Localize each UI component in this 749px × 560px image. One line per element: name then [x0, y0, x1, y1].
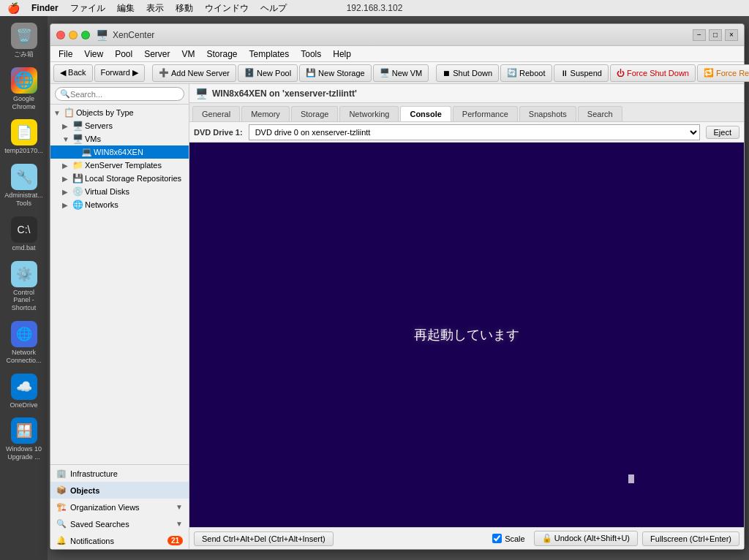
window-restore-titlebar[interactable]: □ — [709, 29, 722, 41]
onedrive-icon[interactable]: ☁️ OneDrive — [3, 371, 45, 412]
nav-objects[interactable]: 📦 Objects — [50, 482, 189, 499]
right-panel: 🖥️ WIN8x64XEN on 'xenserver-tzliintt' Ge… — [189, 84, 744, 549]
tab-console[interactable]: Console — [400, 106, 451, 121]
tab-memory[interactable]: Memory — [241, 106, 290, 121]
mac-title: 192.168.3.102 — [347, 3, 403, 13]
mac-menu-help[interactable]: ヘルプ — [260, 2, 287, 15]
force-shutdown-icon: ⏻ — [617, 69, 625, 77]
back-button[interactable]: ◀ Back — [53, 64, 93, 82]
suspend-button[interactable]: ⏸ Suspend — [554, 64, 609, 82]
network-icon[interactable]: 🌐 Network Connectio... — [3, 318, 45, 368]
tree-item-virtual-disks[interactable]: ▶ 💿 Virtual Disks — [50, 185, 189, 198]
dvd-bar: DVD Drive 1: DVD drive 0 on xenserver-tz… — [189, 122, 744, 143]
eject-button[interactable]: Eject — [706, 126, 739, 139]
control-panel-icon[interactable]: ⚙️ Control Panel - Shortcut — [3, 258, 45, 315]
new-pool-button[interactable]: 🗄️ New Pool — [238, 64, 298, 82]
force-reboot-button[interactable]: 🔁 Force Reboot — [697, 64, 749, 82]
xencenter-window: 🖥️ XenCenter − □ × File View Pool Server… — [50, 23, 745, 550]
menu-view[interactable]: View — [79, 48, 108, 61]
search-input[interactable] — [70, 90, 179, 99]
notifications-label: Notifications — [70, 537, 114, 545]
trash-icon-img: 🗑️ — [11, 23, 37, 49]
mac-app-name[interactable]: Finder — [31, 3, 59, 13]
suspend-icon: ⏸ — [560, 69, 568, 77]
scale-label: Scale — [505, 534, 525, 543]
dvd-label: DVD Drive 1: — [194, 128, 243, 137]
xen-templates-icon: 📁 — [72, 160, 83, 170]
tab-snapshots[interactable]: Snapshots — [519, 106, 576, 121]
window-close-btn[interactable] — [56, 31, 65, 39]
tab-performance[interactable]: Performance — [453, 106, 518, 121]
shut-down-button[interactable]: ⏹ Shut Down — [436, 64, 499, 82]
fullscreen-button[interactable]: Fullscreen (Ctrl+Enter) — [642, 531, 739, 546]
new-vm-icon: 🖥️ — [380, 68, 390, 77]
dvd-select[interactable]: DVD drive 0 on xenserver-tzliintt — [249, 124, 700, 140]
new-vm-button[interactable]: 🖥️ New VM — [373, 64, 429, 82]
window-minimize-btn[interactable] — [69, 31, 78, 39]
tree-item-local-storage[interactable]: ▶ 💾 Local Storage Repositories — [50, 172, 189, 185]
tree-item-xen-templates[interactable]: ▶ 📁 XenServer Templates — [50, 159, 189, 172]
menu-storage[interactable]: Storage — [202, 48, 243, 61]
windows-icon[interactable]: 🪟 Windows 10 Upgrade ... — [3, 415, 45, 464]
mac-menu-file[interactable]: ファイル — [70, 2, 105, 15]
tree-item-servers[interactable]: ▶ 🖥️ Servers — [50, 119, 189, 132]
menu-file[interactable]: File — [53, 48, 78, 61]
nav-infrastructure[interactable]: 🏢 Infrastructure — [50, 465, 189, 482]
mac-menu-window[interactable]: ウインドウ — [205, 2, 249, 15]
menu-tools[interactable]: Tools — [296, 48, 326, 61]
tree-item-vms[interactable]: ▼ 🖥️ VMs — [50, 132, 189, 145]
mac-menu-edit[interactable]: 編集 — [117, 2, 135, 15]
tree-item-selected-vm[interactable]: 💻 WIN8x64XEN — [50, 145, 189, 159]
window-minimize-titlebar[interactable]: − — [693, 29, 706, 41]
expand-vms-icon: ▼ — [62, 135, 71, 143]
mac-menu-go[interactable]: 移動 — [176, 2, 193, 15]
window-maximize-btn[interactable] — [81, 31, 90, 39]
nav-notifications[interactable]: 🔔 Notifications 21 — [50, 532, 189, 549]
mac-menu-view[interactable]: 表示 — [146, 2, 164, 15]
console-area[interactable]: 再起動しています — [189, 143, 744, 527]
menu-server[interactable]: Server — [139, 48, 175, 61]
scale-checkbox[interactable] — [492, 534, 502, 543]
trash-icon[interactable]: 🗑️ ごみ箱 — [3, 20, 45, 61]
infrastructure-label: Infrastructure — [70, 469, 118, 478]
reboot-icon: 🔄 — [507, 68, 517, 77]
tree-item-networks[interactable]: ▶ 🌐 Networks — [50, 198, 189, 211]
vm-header-title: WIN8x64XEN on 'xenserver-tzliintt' — [212, 88, 357, 99]
vm-header-icon: 🖥️ — [195, 88, 208, 99]
search-input-wrap: 🔍 — [55, 87, 184, 101]
tree-item-objects-by-type[interactable]: ▼ 📋 Objects by Type — [50, 106, 189, 119]
force-shut-down-button[interactable]: ⏻ Force Shut Down — [610, 64, 696, 82]
onedrive-label: OneDrive — [10, 401, 37, 409]
send-ctrl-alt-del-button[interactable]: Send Ctrl+Alt+Del (Ctrl+Alt+Insert) — [194, 531, 334, 546]
windows-label: Windows 10 Upgrade ... — [4, 445, 44, 461]
reboot-button[interactable]: 🔄 Reboot — [500, 64, 552, 82]
tab-networking[interactable]: Networking — [339, 106, 399, 121]
tab-storage[interactable]: Storage — [291, 106, 339, 121]
menu-vm[interactable]: VM — [177, 48, 200, 61]
tab-search[interactable]: Search — [578, 106, 622, 121]
admin-icon-img: 🔧 — [11, 164, 37, 190]
chrome-icon[interactable]: 🌐 Google Chrome — [3, 64, 45, 114]
objects-nav-label: Objects — [70, 486, 99, 495]
temp-icon[interactable]: 📄 temp20170... — [3, 116, 45, 158]
cmd-icon[interactable]: C:\ cmd.bat — [3, 213, 45, 255]
undock-button[interactable]: 🔓 Undock (Alt+Shift+U) — [534, 531, 638, 546]
networks-label: Networks — [85, 200, 118, 209]
forward-button[interactable]: Forward ▶ — [94, 64, 145, 82]
new-storage-icon: 💾 — [306, 68, 316, 77]
menu-help[interactable]: Help — [328, 48, 356, 61]
admin-tools-icon[interactable]: 🔧 Administrat... Tools — [3, 161, 45, 211]
add-new-server-button[interactable]: ➕ Add New Server — [152, 64, 236, 82]
nav-saved-searches[interactable]: 🔍 Saved Searches ▼ — [50, 515, 189, 532]
window-close-titlebar[interactable]: × — [725, 29, 738, 41]
menu-templates[interactable]: Templates — [244, 48, 295, 61]
apple-icon[interactable]: 🍎 — [7, 2, 20, 14]
tab-general[interactable]: General — [192, 106, 240, 121]
menu-pool[interactable]: Pool — [110, 48, 138, 61]
saved-searches-label: Saved Searches — [70, 520, 129, 529]
expand-xen-icon: ▶ — [62, 162, 71, 170]
new-storage-button[interactable]: 💾 New Storage — [299, 64, 372, 82]
nav-organization-views[interactable]: 🏗️ Organization Views ▼ — [50, 499, 189, 515]
expand-storage-icon: ▶ — [62, 175, 71, 183]
left-panel: 🔍 ▼ 📋 Objects by Type ▶ 🖥️ — [50, 84, 189, 549]
